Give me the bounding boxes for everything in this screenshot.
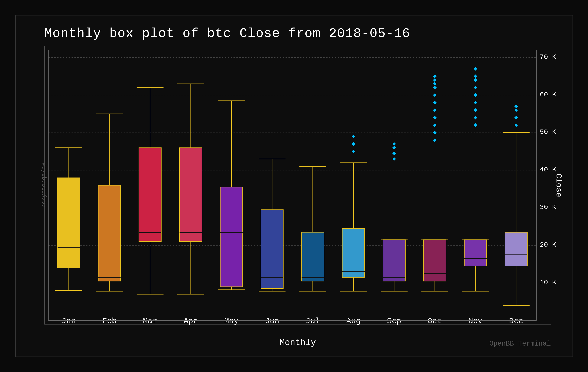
svg-marker-99 <box>474 116 477 119</box>
svg-rect-54 <box>302 232 324 281</box>
svg-rect-79 <box>424 240 446 281</box>
svg-marker-91 <box>433 74 437 78</box>
svg-rect-18 <box>57 178 80 268</box>
svg-marker-88 <box>433 86 437 89</box>
svg-marker-72 <box>392 151 396 155</box>
svg-marker-104 <box>474 78 477 82</box>
svg-text:Dec: Dec <box>509 317 523 326</box>
svg-text:60 K: 60 K <box>540 91 556 98</box>
svg-rect-36 <box>179 148 202 242</box>
svg-marker-114 <box>514 116 518 119</box>
svg-marker-106 <box>474 67 477 71</box>
svg-marker-103 <box>474 86 477 89</box>
svg-text:Aug: Aug <box>346 317 361 326</box>
svg-text:Mar: Mar <box>143 317 157 326</box>
openbb-label: OpenBB Terminal <box>489 340 551 348</box>
svg-text:10 K: 10 K <box>540 278 556 286</box>
svg-marker-81 <box>433 138 437 142</box>
svg-text:Feb: Feb <box>102 317 116 326</box>
svg-text:Jan: Jan <box>62 317 76 326</box>
svg-text:40 K: 40 K <box>540 166 556 174</box>
chart-title: Monthly box plot of btc Close from 2018-… <box>44 26 551 41</box>
svg-rect-30 <box>139 148 161 242</box>
watermark: /crypto/qa/bw <box>41 163 47 208</box>
svg-text:20 K: 20 K <box>540 241 556 249</box>
svg-marker-105 <box>474 74 477 78</box>
plot-area: /crypto/qa/bw Close Monthly OpenBB Termi… <box>44 46 551 325</box>
svg-marker-116 <box>514 105 518 108</box>
svg-rect-42 <box>220 187 242 287</box>
svg-marker-83 <box>433 123 437 127</box>
svg-marker-73 <box>392 146 396 149</box>
svg-marker-74 <box>392 142 396 146</box>
svg-text:Jun: Jun <box>265 317 279 326</box>
svg-marker-62 <box>351 150 355 153</box>
chart-svg: 10 K20 K30 K40 K50 K60 K70 KJanFebMarApr… <box>45 46 551 324</box>
svg-rect-96 <box>464 240 487 266</box>
chart-container: Monthly box plot of btc Close from 2018-… <box>15 15 573 357</box>
y-axis-label: Close <box>554 173 563 197</box>
svg-text:May: May <box>224 317 239 326</box>
svg-marker-98 <box>474 123 477 127</box>
svg-marker-86 <box>433 101 437 104</box>
svg-text:Jul: Jul <box>306 317 320 326</box>
svg-text:Sep: Sep <box>387 317 401 326</box>
svg-text:Apr: Apr <box>183 317 198 326</box>
svg-text:50 K: 50 K <box>540 128 556 136</box>
svg-rect-24 <box>98 185 121 281</box>
svg-marker-102 <box>474 93 477 97</box>
svg-text:70 K: 70 K <box>540 53 556 61</box>
svg-marker-113 <box>514 123 518 127</box>
svg-text:Nov: Nov <box>468 317 483 326</box>
svg-text:Oct: Oct <box>428 317 442 326</box>
x-axis-label: Monthly <box>280 338 316 348</box>
svg-marker-64 <box>351 135 355 138</box>
svg-marker-63 <box>351 142 355 146</box>
svg-marker-101 <box>474 101 477 104</box>
svg-marker-82 <box>433 131 437 135</box>
svg-text:30 K: 30 K <box>540 203 556 211</box>
svg-marker-85 <box>433 108 437 112</box>
svg-rect-111 <box>505 232 527 266</box>
svg-marker-89 <box>433 82 437 86</box>
svg-marker-100 <box>474 108 477 112</box>
svg-marker-84 <box>433 116 437 119</box>
svg-rect-69 <box>383 240 405 281</box>
svg-marker-71 <box>392 157 396 161</box>
svg-rect-60 <box>342 228 364 277</box>
svg-marker-115 <box>514 108 518 112</box>
svg-marker-90 <box>433 78 437 82</box>
svg-rect-48 <box>261 210 283 289</box>
svg-marker-87 <box>433 93 437 97</box>
